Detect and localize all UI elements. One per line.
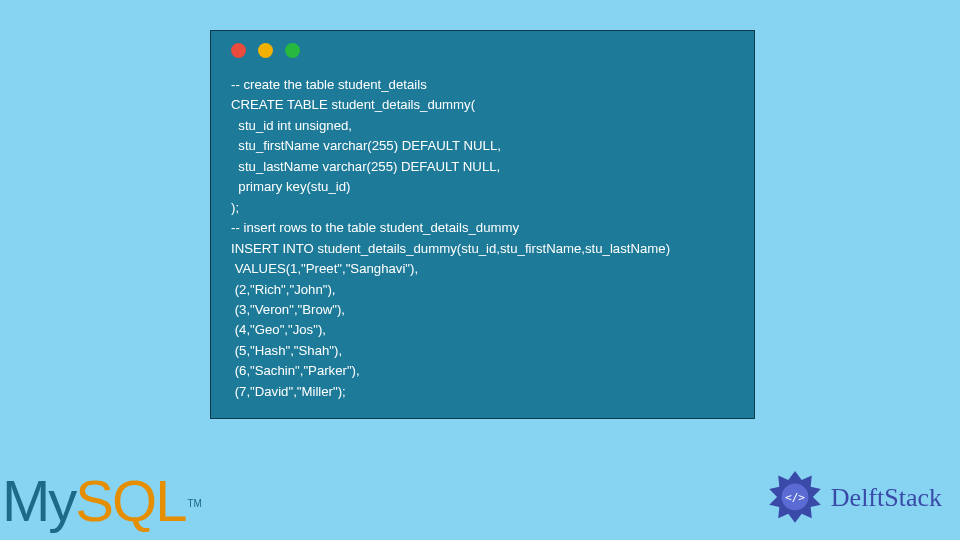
mysql-logo-my: My: [2, 468, 75, 533]
code-window: -- create the table student_details CREA…: [210, 30, 755, 419]
maximize-dot-icon: [285, 43, 300, 58]
mysql-logo-sql: SQL: [75, 468, 185, 533]
delftstack-text: DelftStack: [831, 483, 942, 513]
delftstack-logo: </> DelftStack: [767, 470, 942, 526]
mysql-logo: MySQLTM: [2, 467, 202, 534]
window-titlebar: [211, 31, 754, 69]
mysql-logo-tm: TM: [187, 498, 201, 509]
delftstack-badge-icon: </>: [767, 470, 823, 526]
close-dot-icon: [231, 43, 246, 58]
minimize-dot-icon: [258, 43, 273, 58]
svg-text:</>: </>: [785, 491, 805, 504]
code-block: -- create the table student_details CREA…: [211, 69, 754, 418]
